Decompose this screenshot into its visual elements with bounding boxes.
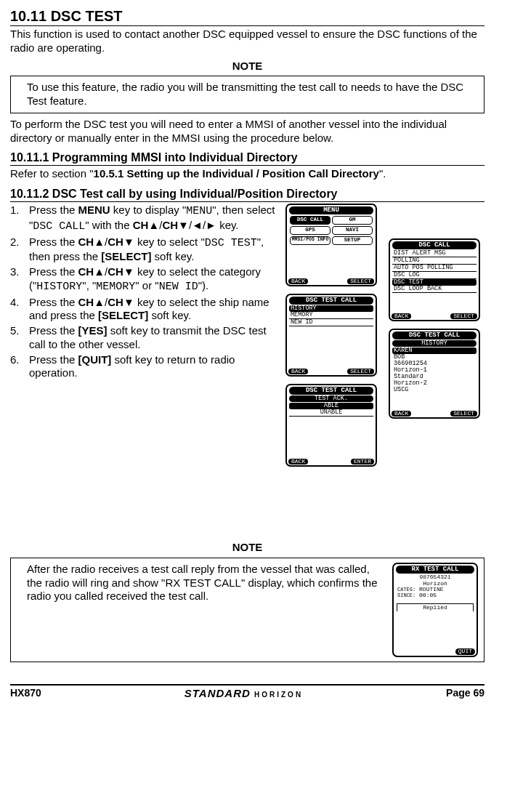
menu-cell: GPS (290, 226, 331, 235)
lcd-row: Standard (392, 374, 477, 380)
sub1-num: 10.11.1 (10, 151, 49, 164)
section-intro: This function is used to contact another… (10, 28, 484, 55)
softkey-quit: QUIT (455, 648, 475, 654)
rx-categ-label: CATEG: (397, 587, 415, 592)
lcd-row-selected: KAREN (392, 347, 477, 354)
rx-name: Horizon (396, 581, 474, 587)
page-footer: HX870 STANDARD HORIZON Page 69 (10, 684, 484, 701)
sub1-text: Refer to section "10.5.1 Setting up the … (10, 167, 484, 181)
menu-cell: NAVI (332, 226, 373, 235)
section-number: 10.11 (10, 8, 46, 24)
step-body: Press the MENU key to display "MENU", th… (29, 204, 275, 234)
step: 4.Press the CH▲/CH▼ key to select the sh… (10, 296, 275, 323)
step-body: Press the [QUIT] soft key to return to r… (29, 353, 275, 381)
rx-categ: CATEG: ROUTINE (396, 587, 474, 592)
step-num: 3. (10, 265, 29, 294)
brand-top: STANDARD (184, 687, 251, 699)
note2-box: After the radio receives a test call rep… (10, 558, 484, 662)
lcd-row: UNABLE (289, 409, 373, 417)
sub1-heading: 10.11.1 Programming MMSI into Individual… (10, 150, 484, 166)
footer-page: Page 69 (446, 687, 484, 700)
lcd-history: DSC TEST CALL HISTORY KAREN BOB 36690125… (389, 329, 480, 419)
menu-cell: GM (332, 216, 373, 225)
lcd-row: DSC LOOP BACK (392, 286, 477, 293)
step-num: 4. (10, 296, 29, 323)
sub2-num: 10.11.2 (10, 188, 49, 200)
step: 3.Press the CH▲/CH▼ key to select the ca… (10, 265, 275, 294)
rx-categ-val: ROUTINE (419, 587, 444, 592)
lcd-row-selected: DSC TEST (392, 279, 477, 286)
note2-text: After the radio receives a test call rep… (27, 563, 392, 603)
lcd-row: DIST ALERT MSG (392, 250, 477, 257)
sub1-ref: 10.5.1 Setting up the Individual / Posit… (94, 167, 379, 180)
lcd-row: 366901254 (392, 361, 477, 367)
step-num: 2. (10, 236, 29, 265)
lcd-title: DSC TEST CALL (392, 331, 477, 339)
lcd-row: MEMORY (289, 312, 373, 319)
sub2-title: DSC Test call by using Individual/Positi… (52, 188, 338, 200)
section-heading: 10.11 DSC TEST (10, 7, 484, 26)
sub2-heading: 10.11.2 DSC Test call by using Individua… (10, 187, 484, 202)
step-body: Press the CH▲/CH▼ key to select the ship… (29, 296, 275, 323)
lcd-subtitle: TEST ACK. (289, 395, 373, 402)
screens-column: MENU DSC CALL GM GPS NAVI MMSI/POS INFO … (281, 204, 484, 509)
softkey-back: BACK (392, 313, 411, 319)
lcd-test-ack: DSC TEST CALL TEST ACK. ABLE UNABLE BACK… (285, 384, 377, 467)
softkey-enter: ENTER (351, 459, 374, 465)
note1-text: To use this feature, the radio you will … (27, 81, 463, 107)
sub1-suffix: ". (379, 167, 386, 180)
step-num: 5. (10, 324, 29, 352)
menu-cell: DSC CALL (290, 216, 331, 225)
softkey-back: BACK (288, 278, 308, 284)
lcd-row-selected: HISTORY (289, 305, 373, 312)
step: 1.Press the MENU key to display "MENU", … (10, 204, 275, 234)
step-body: Press the CH▲/CH▼ key to select the cate… (29, 265, 275, 294)
step-num: 1. (10, 204, 29, 234)
note1-box: To use this feature, the radio you will … (10, 76, 484, 113)
lcd-row: DSC LOG (392, 272, 477, 279)
lcd-row: POLLING (392, 257, 477, 265)
step-num: 6. (10, 353, 29, 381)
softkey-select: SELECT (450, 411, 477, 417)
step: 2.Press the CH▲/CH▼ key to select "DSC T… (10, 236, 275, 265)
step-body: Press the CH▲/CH▼ key to select "DSC TES… (29, 236, 275, 265)
lcd-row: NEW ID (289, 319, 373, 326)
lcd-row: Horizon-2 (392, 380, 477, 387)
lcd-title: MENU (289, 206, 373, 214)
steps-list: 1.Press the MENU key to display "MENU", … (10, 204, 275, 380)
note2-label: NOTE (10, 541, 484, 555)
brand-bottom: HORIZON (254, 691, 303, 699)
softkey-back: BACK (392, 411, 411, 417)
lcd-row: BOB (392, 354, 477, 361)
lcd-dsc-call: DSC CALL DIST ALERT MSG POLLING AUTO POS… (389, 238, 480, 321)
menu-cell: MMSI/POS INFO (290, 236, 331, 245)
step: 6.Press the [QUIT] soft key to return to… (10, 353, 275, 381)
softkey-back: BACK (288, 369, 308, 374)
rx-mmsi: 987654321 (396, 574, 474, 580)
lcd-title: DSC TEST CALL (289, 297, 373, 305)
lcd-title: DSC TEST CALL (289, 387, 373, 395)
softkey-select: SELECT (347, 278, 374, 284)
sub1-title: Programming MMSI into Individual Directo… (52, 151, 298, 164)
menu-cell: SETUP (332, 236, 373, 245)
step-body: Press the [YES] soft key to transmit the… (29, 324, 275, 352)
softkey-select: SELECT (347, 369, 374, 374)
softkey-select: SELECT (450, 313, 477, 319)
note1-label: NOTE (10, 60, 484, 73)
lcd-subtitle: HISTORY (392, 340, 477, 347)
lcd-row: Horizon-1 (392, 367, 477, 374)
lcd-title: DSC CALL (392, 241, 477, 249)
softkey-back: BACK (288, 459, 308, 465)
lcd-test-category: DSC TEST CALL HISTORY MEMORY NEW ID BACK… (285, 294, 377, 377)
rx-since-label: SINCE: (397, 592, 415, 598)
step: 5.Press the [YES] soft key to transmit t… (10, 324, 275, 352)
rx-since: SINCE: 00:05 (396, 592, 474, 598)
rx-replied: Replied (397, 603, 474, 611)
lcd-row: AUTO POS POLLING (392, 265, 477, 272)
rx-since-val: 00:05 (419, 592, 437, 598)
para-after-note1: To perform the DSC test you will need to… (10, 118, 484, 145)
lcd-row-selected: ABLE (289, 403, 373, 409)
lcd-row: USCG (392, 387, 477, 393)
lcd-menu: MENU DSC CALL GM GPS NAVI MMSI/POS INFO … (285, 204, 377, 286)
footer-model: HX870 (10, 687, 41, 700)
